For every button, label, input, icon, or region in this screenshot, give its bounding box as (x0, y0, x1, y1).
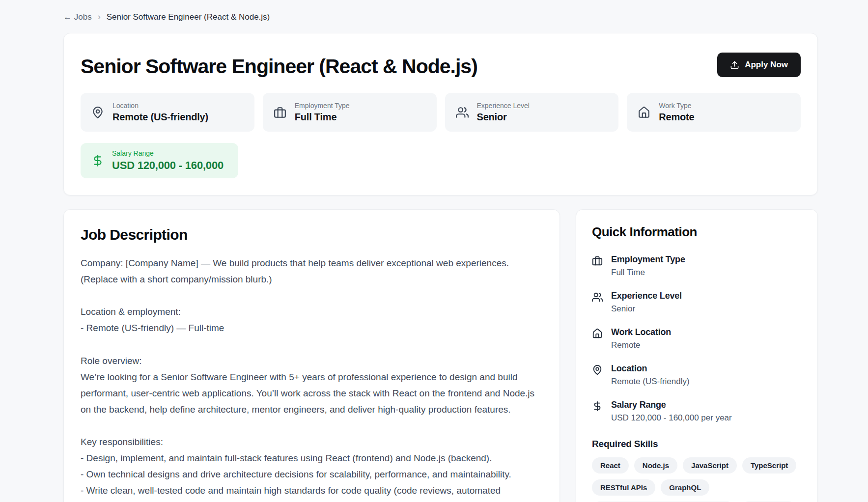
quick-salary-range-value: USD 120,000 - 160,000 per year (611, 413, 732, 423)
quick-item-salary-range: Salary Range USD 120,000 - 160,000 per y… (592, 400, 802, 423)
required-skills-list: React Node.js JavaScript TypeScript REST… (592, 457, 802, 502)
skill-pill: TypeScript (742, 457, 796, 474)
apply-now-button[interactable]: Apply Now (717, 53, 801, 77)
quick-location-label: Location (611, 363, 690, 374)
job-description-card: Job Description Company: [Company Name] … (63, 209, 560, 502)
map-pin-icon (592, 363, 603, 387)
quick-item-employment-type: Employment Type Full Time (592, 254, 802, 278)
users-icon (592, 291, 603, 314)
job-meta-grid: Location Remote (US-friendly) Employment… (81, 93, 801, 132)
experience-level-tile: Experience Level Senior (445, 93, 619, 132)
employment-type-tile: Employment Type Full Time (263, 93, 437, 132)
quick-experience-level-value: Senior (611, 304, 682, 314)
required-skills-heading: Required Skills (592, 439, 802, 449)
dollar-icon (592, 400, 603, 423)
location-tile: Location Remote (US-friendly) (81, 93, 254, 132)
quick-information-card: Quick Information Employment Type Full T… (576, 209, 818, 502)
skill-pill: React (592, 457, 629, 474)
briefcase-icon (274, 106, 286, 119)
quick-work-location-label: Work Location (611, 327, 671, 337)
breadcrumb: ← Jobs › Senior Software Engineer (React… (63, 0, 818, 33)
employment-type-value: Full Time (295, 112, 350, 123)
quick-employment-type-label: Employment Type (611, 254, 685, 265)
skill-pill: RESTful APIs (592, 479, 655, 496)
briefcase-icon (592, 254, 603, 278)
salary-range-tile: Salary Range USD 120,000 - 160,000 (81, 143, 238, 178)
apply-now-label: Apply Now (745, 60, 788, 70)
location-value: Remote (US-friendly) (112, 112, 208, 123)
work-type-tile: Work Type Remote (627, 93, 801, 132)
breadcrumb-separator-icon: › (98, 12, 101, 22)
work-type-value: Remote (659, 112, 694, 123)
quick-experience-level-label: Experience Level (611, 291, 682, 301)
skill-pill: Node.js (634, 457, 677, 474)
quick-employment-type-value: Full Time (611, 268, 685, 278)
home-icon (592, 327, 603, 350)
quick-item-location: Location Remote (US-friendly) (592, 363, 802, 387)
experience-level-value: Senior (477, 112, 530, 123)
page-container: ← Jobs › Senior Software Engineer (React… (63, 0, 818, 502)
job-description-body: Company: [Company Name] — We build produ… (81, 255, 543, 499)
quick-item-work-location: Work Location Remote (592, 327, 802, 350)
employment-type-label: Employment Type (295, 102, 350, 110)
job-header-card: Senior Software Engineer (React & Node.j… (63, 33, 818, 195)
skill-pill: GraphQL (661, 479, 709, 496)
home-icon (638, 106, 650, 119)
breadcrumb-current: Senior Software Engineer (React & Node.j… (107, 12, 270, 22)
salary-range-label: Salary Range (112, 149, 224, 157)
quick-work-location-value: Remote (611, 340, 671, 350)
back-to-jobs-link[interactable]: ← Jobs (63, 12, 92, 22)
work-type-label: Work Type (659, 102, 694, 110)
job-description-heading: Job Description (81, 226, 543, 243)
dollar-icon (91, 154, 104, 167)
upload-icon (730, 60, 739, 70)
page-title: Senior Software Engineer (React & Node.j… (81, 48, 477, 79)
experience-level-label: Experience Level (477, 102, 530, 110)
map-pin-icon (91, 106, 104, 119)
quick-location-value: Remote (US-friendly) (611, 377, 690, 387)
quick-information-heading: Quick Information (592, 224, 802, 240)
quick-salary-range-label: Salary Range (611, 400, 732, 410)
users-icon (456, 106, 469, 119)
salary-range-value: USD 120,000 - 160,000 (112, 159, 224, 172)
quick-item-experience-level: Experience Level Senior (592, 291, 802, 314)
location-label: Location (112, 102, 208, 110)
skill-pill: JavaScript (683, 457, 737, 474)
